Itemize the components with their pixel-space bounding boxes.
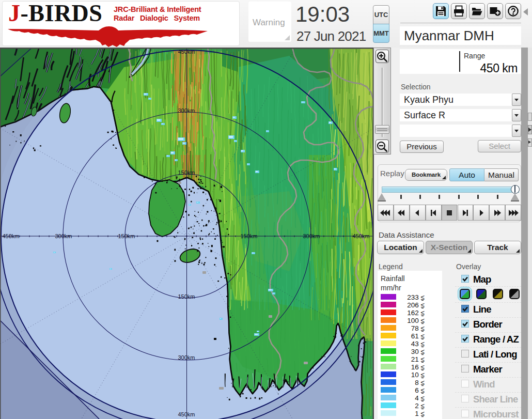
svg-text:300km: 300km [55, 233, 72, 239]
svg-text:150km: 150km [240, 233, 257, 239]
svg-text:450km: 450km [178, 49, 195, 55]
svg-text:300km: 300km [178, 354, 195, 361]
svg-text:150km: 150km [118, 233, 135, 239]
svg-text:450km: 450km [178, 411, 195, 417]
svg-text:300km: 300km [178, 107, 195, 114]
svg-text:150km: 150km [178, 169, 195, 176]
svg-text:450km: 450km [2, 233, 19, 239]
svg-text:450km: 450km [352, 233, 369, 239]
svg-text:300km: 300km [303, 233, 320, 239]
svg-text:150km: 150km [178, 293, 195, 300]
